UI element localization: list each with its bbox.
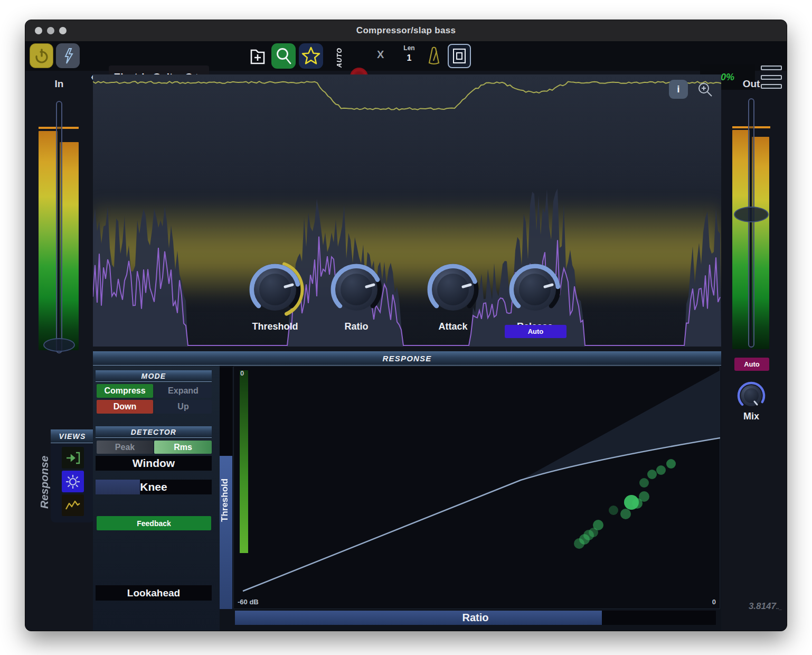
len-control[interactable]: Len 1 <box>398 44 421 63</box>
input-meter-left <box>39 131 58 350</box>
response-section-header: RESPONSE <box>93 351 721 366</box>
folder-plus-icon <box>248 45 268 67</box>
threshold-slider[interactable]: Threshold <box>220 367 232 609</box>
power-icon <box>33 47 51 65</box>
attack-knob[interactable] <box>424 260 482 319</box>
detector-peak-button[interactable]: Peak <box>97 441 153 454</box>
plugin-window: Compressor/slap bass ‹ Electric Guitar C… <box>25 20 787 631</box>
knee-slider-label: Knee <box>140 481 167 493</box>
arrow-into-bracket-icon <box>65 451 81 465</box>
input-meter-label: In <box>43 78 75 90</box>
clear-x-button[interactable]: X <box>377 49 384 61</box>
knee-slider[interactable]: Knee <box>96 480 212 494</box>
star-icon <box>300 45 322 67</box>
len-value: 1 <box>398 53 421 63</box>
gain-envelope-line <box>93 81 721 110</box>
compression-region <box>521 370 720 480</box>
version-number: 3.8147.._ <box>722 601 782 612</box>
response-curve-svg <box>233 366 720 609</box>
ratio-slider-fill <box>235 611 602 625</box>
view-settings-button[interactable] <box>62 471 84 492</box>
views-panel: VIEWS <box>51 429 94 522</box>
resize-window-button[interactable] <box>448 44 471 68</box>
threshold-knob[interactable] <box>246 260 304 319</box>
output-auto-badge[interactable]: Auto <box>734 358 769 371</box>
graph-zero-right-label: 0 <box>712 598 716 606</box>
menu-bar-icon <box>761 66 782 70</box>
waveform-display <box>93 74 721 347</box>
graph-zero-label: 0 <box>240 369 244 377</box>
mode-header: MODE <box>96 370 212 382</box>
output-fader-thumb[interactable] <box>734 207 769 222</box>
output-meter-label: Out <box>735 78 767 90</box>
zoom-in-button[interactable] <box>697 81 714 100</box>
mode-expand-button[interactable]: Expand <box>155 384 212 398</box>
lightning-icon <box>60 47 76 65</box>
threshold-slider-label: Threshold <box>220 458 232 542</box>
mode-down-button[interactable]: Down <box>97 400 153 414</box>
title-bar: Compressor/slap bass <box>25 20 787 41</box>
ratio-slider[interactable]: Ratio <box>235 611 716 625</box>
release-knob[interactable] <box>506 260 564 319</box>
view-input-button[interactable] <box>62 447 84 469</box>
lookahead-slider[interactable]: Lookahead <box>96 585 212 601</box>
output-meter-left <box>732 130 750 349</box>
views-header: VIEWS <box>51 429 94 443</box>
ratio-knob[interactable] <box>327 260 385 319</box>
graph-min-db-label: -60 dB <box>238 598 259 606</box>
browse-presets-button[interactable] <box>271 43 296 69</box>
power-button[interactable] <box>30 43 53 68</box>
waveform-zigzag-icon <box>64 499 81 512</box>
input-fader-thumb[interactable] <box>43 338 75 352</box>
mode-compress-button[interactable]: Compress <box>97 384 153 398</box>
threshold-knob-label: Threshold <box>246 321 304 332</box>
cpu-percent: 0% <box>721 72 734 83</box>
zoom-in-icon <box>697 81 714 98</box>
mix-knob-label: Mix <box>722 411 780 422</box>
window-title: Compressor/slap bass <box>25 20 787 41</box>
gain-history-dots <box>574 459 676 549</box>
waveform-svg <box>93 74 721 347</box>
auto-label: AUTO <box>336 45 343 68</box>
info-button[interactable]: i <box>669 80 688 99</box>
metronome-button[interactable] <box>422 44 446 68</box>
metronome-icon <box>425 46 443 66</box>
view-response-button[interactable] <box>62 494 84 516</box>
input-gain-fader[interactable] <box>56 101 62 353</box>
square-in-square-icon <box>453 49 466 63</box>
response-graph[interactable]: 0 -60 dB 0 <box>233 366 720 609</box>
knee-slider-fill <box>96 480 140 494</box>
output-gain-fader[interactable] <box>748 98 754 348</box>
attack-knob-label: Attack <box>424 321 482 332</box>
feedback-button[interactable]: Feedback <box>97 516 211 530</box>
input-meter-right <box>60 142 79 350</box>
toolbar: ‹ Electric Guitar C ▲▼ . › AUTO <box>25 41 787 71</box>
favorite-button[interactable] <box>299 43 323 69</box>
mode-up-button[interactable]: Up <box>155 400 212 414</box>
sidechain-waveform-fill <box>93 189 721 347</box>
len-label: Len <box>398 44 421 52</box>
window-slider[interactable]: Window <box>96 456 212 471</box>
search-icon <box>274 46 293 66</box>
tab-response[interactable]: Response <box>38 440 51 525</box>
ratio-knob-label: Ratio <box>327 321 385 332</box>
ratio-slider-label: Ratio <box>462 612 489 624</box>
release-auto-badge[interactable]: Auto <box>505 325 566 338</box>
gear-icon <box>65 474 81 490</box>
mix-knob[interactable] <box>736 380 767 413</box>
save-preset-button[interactable] <box>246 44 269 68</box>
detector-rms-button[interactable]: Rms <box>154 441 212 454</box>
detector-header: DETECTOR <box>96 426 212 438</box>
bypass-lightning-button[interactable] <box>56 43 80 68</box>
response-curve <box>243 438 720 591</box>
